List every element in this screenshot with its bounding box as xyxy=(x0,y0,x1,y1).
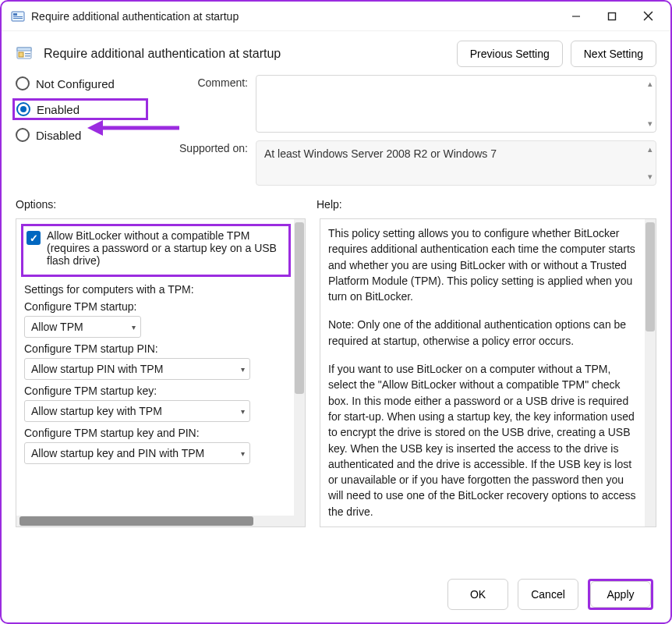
svg-rect-10 xyxy=(19,52,23,57)
maximize-button[interactable] xyxy=(594,4,630,29)
panels: ✓ Allow BitLocker without a compatible T… xyxy=(2,215,670,527)
allow-no-tpm-label: Allow BitLocker without a compatible TPM… xyxy=(47,229,285,267)
help-paragraph: Note: Only one of the additional authent… xyxy=(328,317,640,349)
header: Require additional authentication at sta… xyxy=(2,31,670,72)
supported-on-label: Supported on: xyxy=(162,140,248,154)
radio-label: Disabled xyxy=(36,129,81,142)
svg-rect-2 xyxy=(13,16,23,17)
help-vertical-scrollbar[interactable] xyxy=(645,219,656,526)
annotation-allow-no-tpm-box: ✓ Allow BitLocker without a compatible T… xyxy=(21,224,291,277)
section-labels: Options: Help: xyxy=(2,189,670,215)
help-paragraph: This policy setting allows you to config… xyxy=(328,225,640,304)
supported-on-value: At least Windows Server 2008 R2 or Windo… xyxy=(264,147,497,160)
svg-rect-5 xyxy=(609,12,616,20)
svg-rect-12 xyxy=(25,55,30,57)
chevron-down-icon: ▾ xyxy=(241,449,245,458)
help-text: This policy setting allows you to config… xyxy=(320,219,645,526)
dropdown-value: Allow startup key and PIN with TPM xyxy=(31,447,204,459)
svg-rect-9 xyxy=(17,48,31,51)
window-title: Require additional authentication at sta… xyxy=(31,10,239,23)
scroll-up-icon[interactable]: ▴ xyxy=(648,79,653,89)
ok-button[interactable]: OK xyxy=(447,579,508,610)
help-panel: This policy setting allows you to config… xyxy=(320,218,656,527)
radio-label: Not Configured xyxy=(36,77,115,90)
policy-icon xyxy=(11,9,25,23)
cancel-button[interactable]: Cancel xyxy=(518,579,578,610)
radio-enabled[interactable]: Enabled xyxy=(16,102,141,116)
options-panel: ✓ Allow BitLocker without a compatible T… xyxy=(16,218,306,527)
radio-icon xyxy=(16,76,30,90)
scroll-down-icon[interactable]: ▾ xyxy=(648,172,653,182)
apply-button[interactable]: Apply xyxy=(590,581,651,608)
dialog-footer: OK Cancel Apply xyxy=(447,579,653,610)
chevron-down-icon: ▾ xyxy=(241,407,245,416)
minimize-button[interactable] xyxy=(558,4,594,29)
annotation-arrow xyxy=(87,119,181,137)
titlebar: Require additional authentication at sta… xyxy=(2,2,670,31)
radio-icon xyxy=(16,128,30,142)
chevron-down-icon: ▾ xyxy=(241,365,245,374)
comment-label: Comment: xyxy=(162,75,248,89)
close-button[interactable] xyxy=(630,4,666,29)
dialog-window: Require additional authentication at sta… xyxy=(0,0,672,624)
annotation-enabled-box: Enabled xyxy=(12,98,148,120)
supported-on-value-box: At least Windows Server 2008 R2 or Windo… xyxy=(256,140,656,186)
policy-item-icon xyxy=(16,45,33,62)
tpm-key-dropdown[interactable]: Allow startup key with TPM ▾ xyxy=(24,400,250,422)
checkbox-checked-icon: ✓ xyxy=(27,231,41,245)
scroll-down-icon[interactable]: ▾ xyxy=(648,119,653,129)
next-setting-button[interactable]: Next Setting xyxy=(571,41,656,67)
options-vertical-scrollbar[interactable] xyxy=(294,219,305,526)
dropdown-value: Allow TPM xyxy=(31,321,83,333)
supported-on-row: Supported on: At least Windows Server 20… xyxy=(162,140,656,186)
tpm-startup-dropdown[interactable]: Allow TPM ▾ xyxy=(24,316,141,338)
comment-field-row: Comment: ▴ ▾ xyxy=(162,75,656,133)
tpm-settings-heading: Settings for computers with a TPM: xyxy=(24,283,289,296)
svg-rect-1 xyxy=(13,13,17,16)
dropdown-value: Allow startup key with TPM xyxy=(31,405,162,417)
allow-no-tpm-checkbox-row[interactable]: ✓ Allow BitLocker without a compatible T… xyxy=(27,229,285,267)
radio-not-configured[interactable]: Not Configured xyxy=(16,76,148,90)
help-label: Help: xyxy=(317,198,656,211)
radio-label: Enabled xyxy=(37,103,80,116)
help-paragraph: If you want to use BitLocker on a comput… xyxy=(328,361,640,519)
comment-textarea[interactable]: ▴ ▾ xyxy=(256,75,656,133)
options-label: Options: xyxy=(16,198,301,211)
dropdown-value: Allow startup PIN with TPM xyxy=(31,363,163,375)
tpm-startup-label: Configure TPM startup: xyxy=(24,300,289,313)
svg-rect-3 xyxy=(13,18,23,19)
chevron-down-icon: ▾ xyxy=(132,323,136,332)
radio-icon xyxy=(16,102,30,116)
tpm-keypin-label: Configure TPM startup key and PIN: xyxy=(24,427,289,439)
options-horizontal-scrollbar[interactable] xyxy=(16,516,294,526)
tpm-pin-label: Configure TPM startup PIN: xyxy=(24,342,289,355)
page-title: Require additional authentication at sta… xyxy=(44,47,281,61)
scroll-up-icon[interactable]: ▴ xyxy=(648,144,653,154)
svg-marker-14 xyxy=(87,120,103,136)
tpm-pin-dropdown[interactable]: Allow startup PIN with TPM ▾ xyxy=(24,358,250,380)
previous-setting-button[interactable]: Previous Setting xyxy=(457,41,563,67)
tpm-keypin-dropdown[interactable]: Allow startup key and PIN with TPM ▾ xyxy=(24,442,250,464)
tpm-key-label: Configure TPM startup key: xyxy=(24,385,289,397)
svg-rect-11 xyxy=(25,53,30,55)
annotation-apply-box: Apply xyxy=(588,579,653,610)
